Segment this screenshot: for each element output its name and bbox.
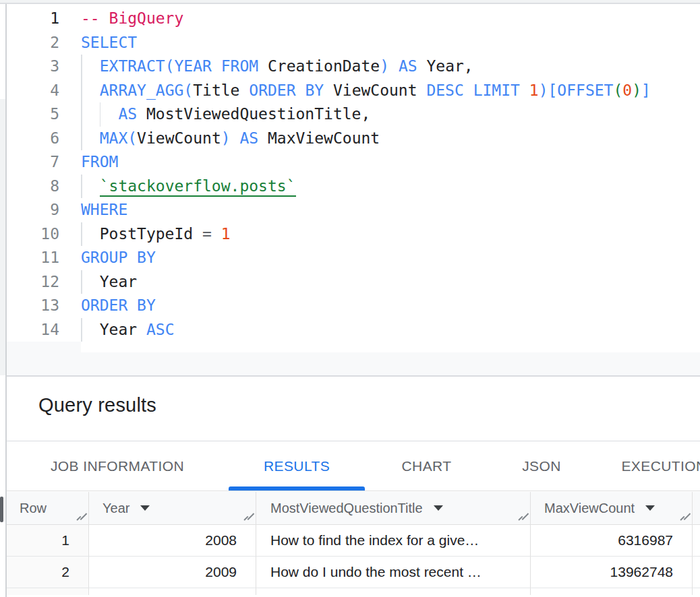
sort-caret-icon[interactable] <box>434 505 443 511</box>
table-cell: 2008 <box>89 525 256 557</box>
line-number: 7 <box>6 150 59 175</box>
tab-chart[interactable]: CHART <box>365 441 488 491</box>
scrollbar-thumb[interactable] <box>0 497 3 522</box>
sort-caret-icon[interactable] <box>645 505 655 511</box>
code-line-9: 9WHERE <box>6 198 700 222</box>
column-resize-handle-icon[interactable] <box>679 512 689 521</box>
tab-label: CHART <box>402 458 452 474</box>
table-row: 12008How to find the index for a give…63… <box>6 525 700 557</box>
tab-label: EXECUTION DETAILS <box>621 458 700 474</box>
code-text: Year ASC <box>81 318 174 342</box>
table-cell <box>89 588 256 595</box>
code-line-2: 2SELECT <box>6 31 700 55</box>
panel-border <box>5 4 7 597</box>
column-header-row[interactable]: Row <box>6 492 89 525</box>
sql-editor[interactable]: 1-- BigQuery2SELECT3 EXTRACT(YEAR FROM C… <box>6 4 700 342</box>
line-number: 12 <box>6 270 59 294</box>
table-cell <box>256 588 531 595</box>
bigquery-console: 1-- BigQuery2SELECT3 EXTRACT(YEAR FROM C… <box>0 0 700 597</box>
line-number: 2 <box>6 31 59 55</box>
table-row-partial <box>6 588 700 595</box>
line-number: 3 <box>6 55 59 79</box>
tab-execution-details[interactable]: EXECUTION DETAILS <box>595 441 700 491</box>
column-header-year[interactable]: Year <box>89 492 256 525</box>
column-header-label: MaxViewCount <box>544 501 635 516</box>
tab-json[interactable]: JSON <box>488 441 595 491</box>
code-line-12: 12 Year <box>6 270 700 294</box>
code-text: -- BigQuery <box>81 7 183 31</box>
line-number: 9 <box>6 198 59 222</box>
code-line-4: 4 ARRAY_AGG(Title ORDER BY ViewCount DES… <box>6 79 700 103</box>
code-line-11: 11GROUP BY <box>6 246 700 270</box>
code-line-8: 8 `stackoverflow.posts` <box>6 175 700 199</box>
line-number: 10 <box>6 222 59 247</box>
line-number: 6 <box>6 127 59 151</box>
column-header-label: MostViewedQuestionTitle <box>270 501 423 516</box>
code-text: `stackoverflow.posts` <box>81 175 296 199</box>
line-number: 14 <box>6 318 59 342</box>
code-text: ARRAY_AGG(Title ORDER BY ViewCount DESC … <box>81 79 651 103</box>
table-row: 22009How do I undo the most recent …1396… <box>6 557 700 588</box>
table-cell: 1 <box>6 525 89 557</box>
column-resize-handle-icon[interactable] <box>243 512 252 521</box>
table-cell: How to find the index for a give… <box>256 525 531 557</box>
code-text: GROUP BY <box>81 246 156 270</box>
code-line-5: 5 AS MostViewedQuestionTitle, <box>6 102 700 127</box>
table-cell: How do I undo the most recent … <box>256 557 531 588</box>
code-text: Year <box>81 270 137 294</box>
column-resize-handle-icon[interactable] <box>517 512 527 521</box>
tab-label: RESULTS <box>264 458 330 474</box>
code-line-13: 13ORDER BY <box>6 294 700 318</box>
line-number: 11 <box>6 246 59 270</box>
table-cell <box>531 588 693 595</box>
table-cell: 2009 <box>89 557 256 588</box>
row-filler-cell <box>693 525 700 557</box>
table-cell <box>6 588 89 595</box>
row-filler-cell <box>693 588 700 595</box>
active-tab-indicator <box>229 486 365 491</box>
code-text: MAX(ViewCount) AS MaxViewCount <box>81 127 380 151</box>
column-header-label: Row <box>20 501 47 516</box>
code-text: SELECT <box>81 31 137 55</box>
tab-label: JSON <box>522 458 561 474</box>
results-table: RowYearMostViewedQuestionTitleMaxViewCou… <box>6 492 700 595</box>
column-header-mostviewedquestiontitle[interactable]: MostViewedQuestionTitle <box>256 492 531 525</box>
left-rail <box>0 4 6 597</box>
code-line-7: 7FROM <box>6 150 700 175</box>
header-filler-cell <box>693 492 700 525</box>
line-number: 8 <box>6 175 59 199</box>
tab-results[interactable]: RESULTS <box>229 441 365 491</box>
code-text: EXTRACT(YEAR FROM CreationDate) AS Year, <box>81 55 473 79</box>
sort-caret-icon[interactable] <box>140 505 150 511</box>
column-header-label: Year <box>103 501 129 516</box>
code-text: WHERE <box>81 198 127 222</box>
editor-resize-gap[interactable] <box>6 352 700 375</box>
column-header-maxviewcount[interactable]: MaxViewCount <box>531 492 693 525</box>
table-cell: 2 <box>6 557 89 588</box>
line-number: 13 <box>6 294 59 318</box>
tab-label: JOB INFORMATION <box>51 458 184 474</box>
table-header-row: RowYearMostViewedQuestionTitleMaxViewCou… <box>6 492 700 525</box>
line-number: 1 <box>6 7 59 31</box>
query-results-section: Query results <box>0 377 700 441</box>
code-text: FROM <box>81 150 118 175</box>
code-line-6: 6 MAX(ViewCount) AS MaxViewCount <box>6 127 700 151</box>
row-filler-cell <box>693 557 700 588</box>
table-cell: 6316987 <box>531 525 693 557</box>
query-results-title: Query results <box>0 377 700 416</box>
code-line-14: 14 Year ASC <box>6 318 700 342</box>
table-cell: 13962748 <box>531 557 693 588</box>
code-line-3: 3 EXTRACT(YEAR FROM CreationDate) AS Yea… <box>6 55 700 79</box>
code-text: AS MostViewedQuestionTitle, <box>81 102 370 127</box>
table-reference-link[interactable]: `stackoverflow.posts` <box>100 177 296 197</box>
line-number: 4 <box>6 79 59 103</box>
code-text: ORDER BY <box>81 294 156 318</box>
code-line-1: 1-- BigQuery <box>6 7 700 31</box>
column-resize-handle-icon[interactable] <box>76 512 85 521</box>
line-number: 5 <box>6 102 59 127</box>
editor-gutter-tail <box>6 342 81 352</box>
tab-job-information[interactable]: JOB INFORMATION <box>6 441 229 491</box>
code-line-10: 10 PostTypeId = 1 <box>6 222 700 247</box>
results-tabbar: JOB INFORMATIONRESULTSCHARTJSONEXECUTION… <box>0 441 700 491</box>
code-text: PostTypeId = 1 <box>81 222 231 247</box>
